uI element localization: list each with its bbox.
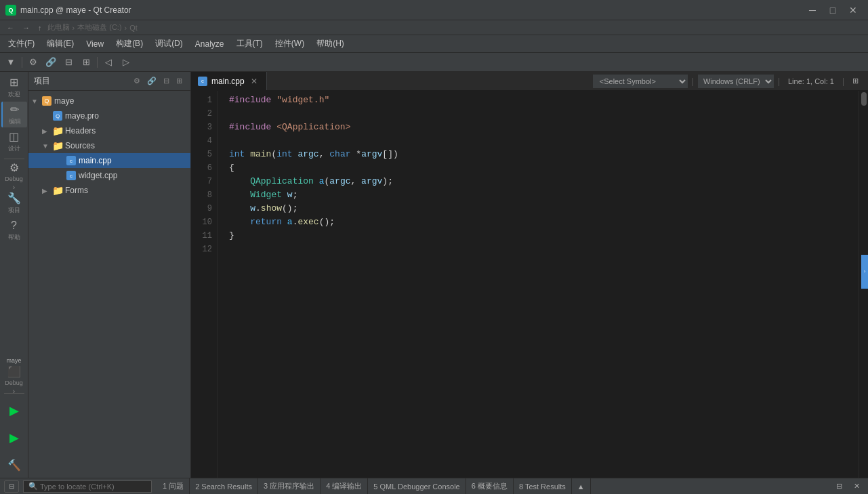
tree-item-headers[interactable]: ▶ 📁 Headers [28, 123, 190, 138]
forms-folder-icon: 📁 [53, 186, 62, 195]
panel-filter-btn[interactable]: ⚙ [131, 75, 143, 87]
close-button[interactable]: ✕ [844, 3, 863, 17]
tb-sep-1 [22, 57, 22, 68]
address-bar: ← → ↑ 此电脑 › 本地磁盘 (C:) › Qt [0, 20, 868, 35]
code-editor: c main.cpp ✕ <Select Symbol> | Windows (… [191, 72, 868, 478]
sidebar-icons: ⊞ 欢迎 ✏ 编辑 ◫ 设计 ⚙ Debug › 🔧 项目 ? 帮助 maye [0, 72, 28, 478]
maximize-button[interactable]: □ [823, 3, 842, 17]
status-close-btn[interactable]: ✕ [849, 480, 864, 493]
sidebar-welcome[interactable]: ⊞ 欢迎 [1, 75, 27, 100]
sidebar-project[interactable]: 🔧 项目 [1, 190, 27, 216]
tab-main-cpp[interactable]: c main.cpp ✕ [191, 72, 267, 90]
up-button[interactable]: ↑ [35, 23, 45, 33]
back-button[interactable]: ← [4, 23, 17, 33]
menu-bar: 文件(F) 编辑(E) View 构建(B) 调试(D) Analyze 工具(… [0, 35, 868, 53]
tb-split2[interactable]: ⊞ [78, 55, 94, 70]
toolbar: ▼ ⚙ 🔗 ⊟ ⊞ ◁ ▷ [0, 53, 868, 72]
widget-cpp-icon: c [66, 171, 76, 180]
status-qml-debugger[interactable]: 5 QML Debugger Console [368, 478, 466, 495]
status-compile-output[interactable]: 4 编译输出 [321, 478, 368, 495]
tb-link[interactable]: 🔗 [43, 55, 59, 70]
menu-build[interactable]: 构建(B) [110, 36, 148, 52]
tab-bar: c main.cpp ✕ <Select Symbol> | Windows (… [191, 72, 868, 91]
run-button[interactable]: ▶ [1, 398, 27, 424]
sources-folder-icon: 📁 [53, 141, 62, 150]
status-issues[interactable]: 1 问题 [157, 478, 190, 495]
file-tree-panel: 项目 ⚙ 🔗 ⊟ ⊞ ▼ Q maye Q maye.pro [28, 72, 191, 478]
tb-dropdown[interactable]: ▼ [3, 55, 19, 70]
status-test-results[interactable]: 8 Test Results [514, 478, 572, 495]
tab-close-button[interactable]: ✕ [249, 76, 260, 87]
tb-filter[interactable]: ⚙ [25, 55, 41, 70]
tree-item-sources[interactable]: ▼ 📁 Sources [28, 138, 190, 153]
sidebar-help[interactable]: ? 帮助 [1, 218, 27, 243]
symbol-selector[interactable]: <Select Symbol> [593, 75, 688, 88]
tb-split[interactable]: ⊟ [60, 55, 77, 70]
menu-debug[interactable]: 调试(D) [150, 36, 188, 52]
title-bar-left: Q main.cpp @ maye - Qt Creator [5, 5, 131, 16]
line-col-info: Line: 1, Col: 1 [784, 77, 838, 85]
line-numbers: 1 2 3 4 5 6 7 8 9 10 11 12 [191, 91, 218, 478]
file-tree: ▼ Q maye Q maye.pro ▶ 📁 Headers ▼ 📁 Sour… [28, 91, 190, 478]
status-overview[interactable]: 6 概要信息 [466, 478, 514, 495]
menu-tools[interactable]: 工具(T) [231, 36, 268, 52]
sidebar-maye-debug[interactable]: maye ⬛ Debug › [1, 363, 27, 389]
panel-more-btn[interactable]: ⊞ [173, 75, 185, 87]
status-app-output[interactable]: 3 应用程序输出 [258, 478, 321, 495]
right-panel-toggle[interactable]: › [861, 255, 868, 289]
locate-input[interactable] [23, 480, 152, 493]
window-title: main.cpp @ maye - Qt Creator [20, 5, 131, 15]
main-cpp-icon: c [66, 156, 76, 165]
tab-icon: c [198, 77, 207, 86]
tree-item-main-cpp[interactable]: c main.cpp [28, 153, 190, 168]
output-panel-toggle[interactable]: ⊟ [4, 480, 19, 493]
menu-controls[interactable]: 控件(W) [270, 36, 310, 52]
code-area[interactable]: 1 2 3 4 5 6 7 8 9 10 11 12 #include "wid… [191, 91, 868, 478]
forward-button[interactable]: → [20, 23, 33, 33]
code-content[interactable]: #include "widget.h" #include <QApplicati… [218, 91, 859, 478]
tree-item-forms[interactable]: ▶ 📁 Forms [28, 183, 190, 198]
minimize-button[interactable]: ─ [803, 3, 822, 17]
status-right: ⊟ ✕ [831, 480, 864, 493]
menu-file[interactable]: 文件(F) [3, 36, 40, 52]
tab-extras: <Select Symbol> | Windows (CRLF) | Line:… [587, 72, 868, 90]
menu-view[interactable]: View [81, 37, 109, 51]
status-expand-btn[interactable]: ▲ [572, 478, 591, 495]
sidebar-design[interactable]: ◫ 设计 [1, 129, 27, 155]
menu-analyze[interactable]: Analyze [190, 37, 230, 51]
tb-back[interactable]: ◁ [100, 55, 117, 70]
sidebar-debug[interactable]: ⚙ Debug › [1, 163, 27, 189]
main-content: ⊞ 欢迎 ✏ 编辑 ◫ 设计 ⚙ Debug › 🔧 项目 ? 帮助 maye [0, 72, 868, 478]
tb-sep-2 [97, 57, 98, 68]
pro-file-icon: Q [53, 111, 62, 121]
expand-editor-btn[interactable]: ⊞ [848, 77, 863, 85]
tb-forward[interactable]: ▷ [118, 55, 134, 70]
menu-edit[interactable]: 编辑(E) [41, 36, 79, 52]
panel-header: 项目 ⚙ 🔗 ⊟ ⊞ [28, 72, 190, 91]
app-logo: Q [5, 5, 16, 16]
scroll-thumb[interactable] [861, 92, 867, 106]
panel-expand-btn[interactable]: ⊟ [161, 75, 172, 87]
tab-label: main.cpp [211, 77, 245, 86]
tree-item-widget-cpp[interactable]: c widget.cpp [28, 168, 190, 183]
menu-help[interactable]: 帮助(H) [311, 36, 350, 52]
build-button[interactable]: 🔨 [1, 452, 27, 478]
tree-item-maye[interactable]: ▼ Q maye [28, 94, 190, 108]
title-bar: Q main.cpp @ maye - Qt Creator ─ □ ✕ [0, 0, 868, 20]
status-items: 1 问题 2 Search Results 3 应用程序输出 4 编译输出 5 … [157, 478, 831, 495]
search-icon: 🔍 [28, 482, 38, 491]
window-controls: ─ □ ✕ [803, 3, 863, 17]
status-bar: ⊟ 🔍 1 问题 2 Search Results 3 应用程序输出 4 编译输… [0, 478, 868, 494]
headers-folder-icon: 📁 [53, 126, 62, 136]
sidebar-edit[interactable]: ✏ 编辑 [1, 102, 27, 127]
panel-sync-btn[interactable]: 🔗 [144, 75, 159, 87]
panel-title: 项目 [34, 75, 50, 87]
search-area: 🔍 [23, 480, 152, 493]
project-icon: Q [42, 96, 51, 106]
debug-run-button[interactable]: ▶ [1, 425, 27, 451]
status-maximize-btn[interactable]: ⊟ [831, 480, 846, 493]
encoding-selector[interactable]: Windows (CRLF) [698, 75, 774, 88]
tree-item-maye-pro[interactable]: Q maye.pro [28, 108, 190, 123]
status-search-results[interactable]: 2 Search Results [190, 478, 258, 495]
